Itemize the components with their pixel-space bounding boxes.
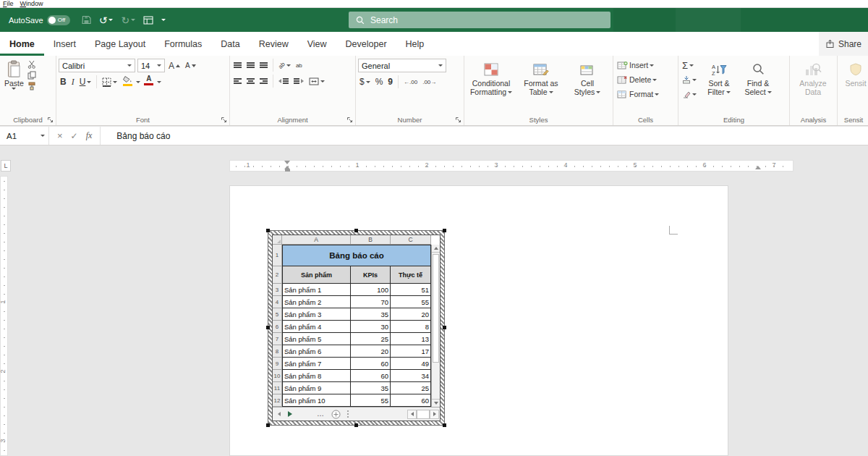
format-cells-button[interactable]: Format: [616, 88, 676, 101]
percent-style-button[interactable]: %: [374, 75, 385, 88]
sheet-cell[interactable]: Sản phẩm 7: [282, 358, 351, 370]
sheet-cell[interactable]: 35: [351, 308, 391, 321]
number-format-combo[interactable]: General: [358, 59, 446, 72]
row-header[interactable]: 8: [273, 345, 282, 358]
table-header-cell[interactable]: Sản phẩm: [282, 266, 351, 284]
paste-button[interactable]: Paste: [2, 59, 26, 90]
sheet-cell[interactable]: 20: [391, 308, 431, 321]
insert-cells-button[interactable]: Insert: [616, 59, 676, 72]
table-row[interactable]: 11Sản phẩm 93525: [273, 382, 440, 394]
table-row[interactable]: 1 Bảng báo cáo: [273, 245, 440, 266]
clipboard-dialog-launcher[interactable]: [47, 117, 54, 123]
table-header-cell[interactable]: KPIs: [351, 266, 391, 284]
table-row[interactable]: 9Sản phẩm 76049: [273, 358, 440, 370]
borders-button[interactable]: [101, 75, 119, 88]
align-left-button[interactable]: [232, 75, 243, 88]
column-header-b[interactable]: B: [351, 235, 391, 245]
underline-button[interactable]: U: [78, 75, 93, 88]
mini-spreadsheet[interactable]: A B C 1 Bảng báo cáo 2 Sản phẩm KPIs Thự…: [273, 235, 440, 421]
customize-qat-chevron-icon[interactable]: [161, 19, 166, 21]
delete-cells-button[interactable]: Delete: [616, 73, 676, 86]
scroll-up-icon[interactable]: [432, 245, 440, 253]
font-size-combo[interactable]: 14: [137, 59, 165, 72]
sheet-cell[interactable]: Sản phẩm 6: [282, 345, 351, 358]
sheet-cell[interactable]: 49: [391, 358, 431, 370]
cell-styles-button[interactable]: Cell Styles: [566, 59, 608, 114]
sheet-cell[interactable]: 35: [351, 382, 391, 394]
tab-help[interactable]: Help: [396, 32, 434, 56]
tab-formulas[interactable]: Formulas: [155, 32, 211, 56]
sheet-cell[interactable]: 34: [391, 370, 431, 382]
tab-view[interactable]: View: [298, 32, 336, 56]
menu-file[interactable]: File: [3, 0, 14, 7]
sheet-tabs-overflow[interactable]: …: [317, 413, 325, 415]
touch-mode-icon[interactable]: [143, 16, 153, 25]
tab-home[interactable]: Home: [0, 32, 44, 56]
row-header[interactable]: 1: [273, 245, 282, 266]
table-row[interactable]: 8Sản phẩm 62017: [273, 345, 440, 358]
redo-button[interactable]: ↻: [121, 15, 135, 25]
resize-handle[interactable]: [266, 229, 270, 232]
undo-button[interactable]: ↺: [99, 15, 114, 25]
align-right-button[interactable]: [258, 75, 269, 88]
sheet-cell[interactable]: Sản phẩm 3: [282, 308, 351, 321]
table-row[interactable]: 12Sản phẩm 105560: [273, 394, 440, 407]
middle-align-button[interactable]: [245, 59, 256, 72]
table-row[interactable]: 6Sản phẩm 4308: [273, 321, 440, 333]
font-color-button[interactable]: A: [142, 75, 155, 88]
horizontal-ruler[interactable]: [229, 160, 793, 172]
resize-handle[interactable]: [266, 326, 270, 329]
table-title-cell[interactable]: Bảng báo cáo: [282, 245, 431, 266]
tab-stop-selector[interactable]: L: [1, 160, 11, 172]
confirm-icon[interactable]: ✓: [71, 131, 78, 141]
decrease-indent-button[interactable]: [277, 75, 290, 88]
row-header[interactable]: 6: [273, 321, 282, 333]
sheet-cell[interactable]: Sản phẩm 10: [282, 394, 351, 407]
table-row[interactable]: 2 Sản phẩm KPIs Thực tế: [273, 266, 440, 284]
resize-handle[interactable]: [354, 229, 358, 232]
clear-button[interactable]: [681, 88, 698, 101]
resize-handle[interactable]: [443, 423, 446, 427]
align-center-button[interactable]: [245, 75, 256, 88]
merge-center-button[interactable]: [307, 75, 326, 88]
sheet-cell[interactable]: 60: [351, 370, 391, 382]
cancel-icon[interactable]: ×: [57, 130, 63, 141]
sheet-cell[interactable]: 51: [391, 284, 431, 296]
row-header[interactable]: 3: [273, 284, 282, 296]
sheet-cell[interactable]: 8: [391, 321, 431, 333]
table-row[interactable]: 3Sản phẩm 110051: [273, 284, 440, 296]
font-name-combo[interactable]: Calibri: [59, 59, 135, 72]
grow-font-button[interactable]: A: [167, 59, 182, 72]
column-header-a[interactable]: A: [282, 235, 351, 245]
row-header[interactable]: 2: [273, 266, 282, 284]
font-dialog-launcher[interactable]: [221, 117, 227, 123]
autosave-pill[interactable]: Off: [47, 15, 70, 25]
table-row[interactable]: 4Sản phẩm 27055: [273, 296, 440, 308]
italic-button[interactable]: I: [70, 75, 76, 88]
cut-button[interactable]: [27, 60, 36, 69]
splitter-handle[interactable]: [347, 410, 349, 418]
right-indent-marker[interactable]: [755, 166, 761, 169]
sheet-cell[interactable]: 30: [351, 321, 391, 333]
row-header[interactable]: 4: [273, 296, 282, 308]
table-row[interactable]: 10Sản phẩm 86034: [273, 370, 440, 382]
scroll-left-icon[interactable]: [407, 410, 417, 419]
decrease-decimal-button[interactable]: .00→: [421, 75, 438, 88]
scrollbar-thumb[interactable]: [417, 410, 430, 419]
sheet-cell[interactable]: 100: [351, 284, 391, 296]
orientation-button[interactable]: ab: [277, 59, 292, 72]
horizontal-scrollbar[interactable]: [407, 410, 439, 419]
tab-page-layout[interactable]: Page Layout: [85, 32, 155, 56]
name-box[interactable]: A1: [0, 127, 49, 145]
vertical-scrollbar[interactable]: [431, 245, 440, 407]
share-button[interactable]: Share: [819, 32, 868, 56]
increase-decimal-button[interactable]: ←.00: [402, 75, 419, 88]
conditional-formatting-button[interactable]: Conditional Formatting: [467, 59, 516, 114]
tab-data[interactable]: Data: [211, 32, 249, 56]
resize-handle[interactable]: [354, 423, 358, 427]
next-sheet-icon[interactable]: [288, 411, 292, 417]
search-input[interactable]: Search: [349, 12, 610, 28]
embedded-excel-object[interactable]: A B C 1 Bảng báo cáo 2 Sản phẩm KPIs Thự…: [268, 230, 445, 426]
table-row[interactable]: 5Sản phẩm 33520: [273, 308, 440, 321]
copy-button[interactable]: [27, 71, 36, 80]
